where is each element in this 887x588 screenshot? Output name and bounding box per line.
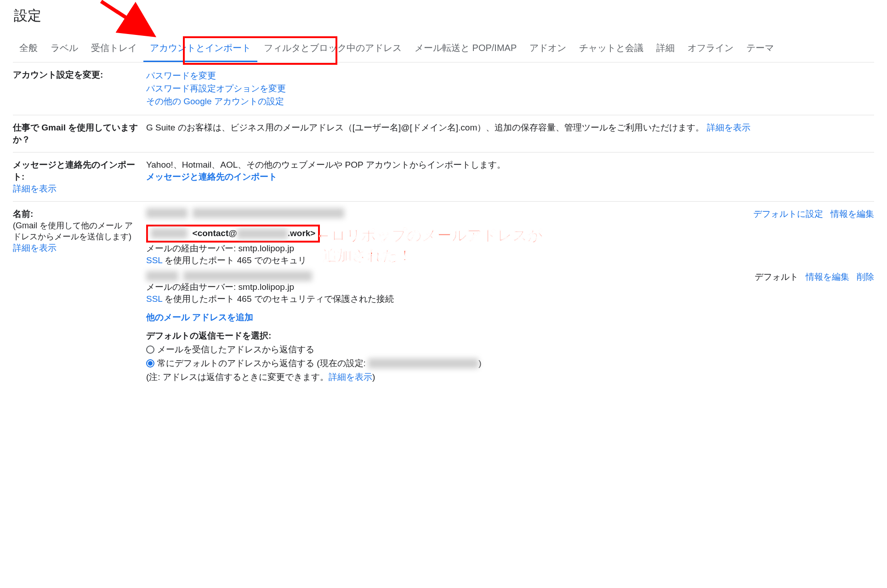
reply-note: (注: アドレスは返信するときに変更できます。 bbox=[146, 372, 329, 382]
link-edit-info[interactable]: 情報を編集 bbox=[806, 271, 849, 283]
link-set-default[interactable]: デフォルトに設定 bbox=[753, 208, 823, 220]
ssl-label: SSL bbox=[146, 294, 162, 304]
redacted-text: xx bbox=[146, 271, 178, 281]
link-details[interactable]: 詳細を表示 bbox=[13, 184, 57, 193]
annotation-highlight-address: xx <contact@xxx.work> bbox=[146, 225, 320, 243]
tab-3[interactable]: アカウントとインポート bbox=[143, 34, 257, 62]
redacted-text: xx bbox=[151, 228, 188, 238]
link-change-password[interactable]: パスワードを変更 bbox=[146, 70, 874, 82]
tab-8[interactable]: 詳細 bbox=[650, 34, 681, 62]
reply-mode-heading: デフォルトの返信モードを選択: bbox=[146, 330, 874, 342]
tab-9[interactable]: オフライン bbox=[681, 34, 740, 62]
section-import-messages: メッセージと連絡先のインポート: 詳細を表示 Yahoo!、Hotmail、AO… bbox=[13, 153, 874, 202]
reply-note-suffix: ) bbox=[372, 372, 375, 382]
tab-7[interactable]: チャットと会議 bbox=[573, 34, 650, 62]
section-change-account: アカウント設定を変更: パスワードを変更 パスワード再設定オプションを変更 その… bbox=[13, 62, 874, 115]
tab-0[interactable]: 全般 bbox=[13, 34, 44, 62]
link-other-google-settings[interactable]: その他の Google アカウントの設定 bbox=[146, 96, 874, 107]
radio-reply-from-default[interactable] bbox=[146, 359, 154, 368]
page-title: 設定 bbox=[14, 6, 874, 25]
link-import-action[interactable]: メッセージと連絡先のインポート bbox=[146, 172, 277, 181]
link-details[interactable]: 詳細を表示 bbox=[13, 243, 57, 253]
annotation-callout: ←ロリポップのメールアドレスが 追加された！ bbox=[316, 226, 543, 266]
link-edit-info[interactable]: 情報を編集 bbox=[830, 208, 874, 220]
tab-4[interactable]: フィルタとブロック中のアドレス bbox=[257, 34, 408, 62]
section-gmail-for-work: 仕事で Gmail を使用していますか？ G Suite のお客様は、ビジネス用… bbox=[13, 115, 874, 153]
ssl-label: SSL bbox=[146, 255, 162, 265]
mail-server: メールの経由サーバー: smtp.lolipop.jp bbox=[146, 281, 718, 293]
section-label: メッセージと連絡先のインポート: bbox=[13, 160, 135, 181]
link-add-another-address[interactable]: 他のメール アドレスを追加 bbox=[146, 312, 253, 322]
ssl-description: を使用したポート 465 でのセキュリティで保護された接続 bbox=[162, 294, 394, 304]
radio-reply-from-received[interactable] bbox=[146, 345, 154, 354]
settings-tabs: 全般ラベル受信トレイアカウントとインポートフィルタとブロック中のアドレスメール転… bbox=[13, 34, 874, 62]
tab-1[interactable]: ラベル bbox=[44, 34, 85, 62]
redacted-text: xx bbox=[193, 208, 344, 218]
link-password-recovery[interactable]: パスワード再設定オプションを変更 bbox=[146, 83, 874, 95]
section-label: アカウント設定を変更: bbox=[13, 69, 146, 108]
redacted-text: xx bbox=[146, 208, 188, 218]
link-delete[interactable]: 削除 bbox=[857, 271, 874, 283]
radio-label: 常にデフォルトのアドレスから返信する (現在の設定: xxx) bbox=[157, 357, 482, 369]
default-badge: デフォルト bbox=[755, 271, 798, 283]
section-sub: (Gmail を使用して他のメール アドレスからメールを送信します) bbox=[13, 221, 133, 241]
link-details[interactable]: 詳細を表示 bbox=[329, 372, 372, 382]
tab-6[interactable]: アドオン bbox=[523, 34, 573, 62]
import-description: Yahoo!、Hotmail、AOL、その他のウェブメールや POP アカウント… bbox=[146, 159, 874, 171]
tab-2[interactable]: 受信トレイ bbox=[85, 34, 143, 62]
redacted-text: xx bbox=[183, 271, 312, 281]
link-details[interactable]: 詳細を表示 bbox=[707, 123, 751, 132]
radio-label: メールを受信したアドレスから返信する bbox=[157, 344, 314, 356]
section-label: 仕事で Gmail を使用していますか？ bbox=[13, 122, 146, 146]
redacted-text: xxx bbox=[368, 358, 478, 368]
tab-10[interactable]: テーマ bbox=[740, 34, 780, 62]
ssl-description: を使用したポート 465 でのセキュリ bbox=[162, 255, 307, 265]
tab-5[interactable]: メール転送と POP/IMAP bbox=[408, 34, 523, 62]
section-label: 名前: bbox=[13, 209, 33, 219]
send-as-address: <contact@xxx.work> bbox=[190, 228, 315, 238]
section-send-mail-as: 名前: (Gmail を使用して他のメール アドレスからメールを送信します) 詳… bbox=[13, 202, 874, 390]
gsuite-description: G Suite のお客様は、ビジネス用のメールアドレス（[ユーザー名]@[ドメイ… bbox=[146, 123, 704, 132]
